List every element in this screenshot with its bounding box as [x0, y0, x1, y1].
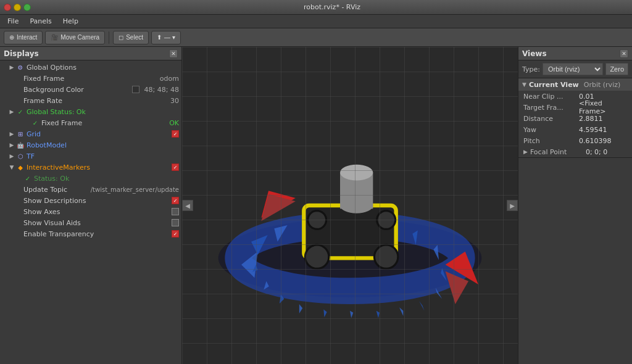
interactive-markers-item[interactable]: ▼ ◆ InteractiveMarkers — [0, 162, 181, 173]
views-close-button[interactable]: ✕ — [620, 49, 628, 58]
target-frame-name: Target Fra... — [523, 104, 579, 112]
yaw-value: 4.59541 — [579, 126, 607, 134]
fixed-frame-status-item[interactable]: ✓ Fixed Frame OK — [0, 117, 181, 128]
grid-item[interactable]: ▶ ⊞ Grid — [0, 128, 181, 139]
show-visual-aids-checkbox[interactable] — [172, 219, 179, 226]
displays-tree: ▶ ⚙ Global Options Fixed Frame odom Back… — [0, 60, 181, 364]
current-view-header[interactable]: ▼ Current View Orbit (rviz) — [518, 78, 632, 91]
show-axes-item[interactable]: Show Axes — [0, 206, 181, 217]
yaw-name: Yaw — [523, 126, 579, 134]
background-color-swatch — [132, 86, 139, 93]
maximize-button[interactable] — [23, 4, 31, 11]
robot-model-label: RobotModel — [27, 141, 179, 149]
fixed-frame-label: Fixed Frame — [23, 75, 157, 83]
background-color-item[interactable]: Background Color 48; 48; 48 — [0, 84, 181, 95]
tf-item[interactable]: ▶ ⬡ TF — [0, 151, 181, 162]
orbit-type-select[interactable]: Orbit (rviz) — [543, 63, 603, 75]
global-options-label: Global Options — [27, 64, 179, 72]
extra-button[interactable]: ⬆ — ▾ — [151, 31, 181, 44]
frame-rate-value: 30 — [170, 97, 179, 105]
move-camera-button[interactable]: 🎥 Move Camera — [45, 31, 105, 44]
sva-expander — [16, 220, 22, 226]
fixed-frame-expander — [16, 75, 22, 81]
window-title: robot.rviz* - RViz — [36, 3, 628, 11]
enable-transparency-item[interactable]: Enable Transparency — [0, 228, 181, 239]
markers-icon: ◆ — [16, 163, 25, 172]
robot-icon: 🤖 — [16, 141, 25, 149]
global-status-expander: ▶ — [9, 109, 15, 115]
frame-rate-item[interactable]: Frame Rate 30 — [0, 95, 181, 106]
fixed-frame-item[interactable]: Fixed Frame odom — [0, 73, 181, 84]
enable-transparency-checkbox[interactable] — [172, 230, 179, 238]
select-button[interactable]: ◻ Select — [113, 31, 149, 44]
update-topic-item[interactable]: Update Topic /twist_marker_server/update — [0, 184, 181, 195]
near-clip-name: Near Clip ... — [523, 93, 579, 101]
frame-rate-expander — [16, 97, 22, 104]
close-button[interactable] — [4, 4, 11, 11]
ff-status-expander — [23, 120, 30, 126]
menu-panels[interactable]: Panels — [25, 16, 56, 27]
sd-expander — [16, 197, 22, 204]
fixed-frame-status-value: OK — [169, 119, 179, 127]
menu-file[interactable]: File — [2, 16, 23, 27]
focal-point-prop[interactable]: ▶ Focal Point 0; 0; 0 — [518, 146, 632, 157]
current-view-label: Current View — [529, 81, 579, 89]
grid-icon: ⊞ — [16, 130, 25, 138]
toolbar-separator-1 — [109, 31, 109, 44]
focal-point-name: Focal Point — [530, 148, 586, 156]
show-visual-aids-item[interactable]: Show Visual Aids — [0, 217, 181, 228]
grid-expander: ▶ — [9, 131, 15, 137]
menubar: File Panels Help — [0, 15, 632, 28]
global-status-item[interactable]: ▶ ✓ Global Status: Ok — [0, 106, 181, 117]
main-layout: Displays ✕ ▶ ⚙ Global Options Fixed Fram… — [0, 47, 632, 364]
current-view-arrow: ▼ — [522, 81, 526, 88]
distance-name: Distance — [523, 115, 579, 123]
fixed-frame-value: odom — [160, 75, 179, 83]
im-checkbox[interactable] — [172, 163, 179, 171]
views-type-row: Type: Orbit (rviz) Zero — [518, 60, 632, 78]
viewport-left-arrow[interactable]: ◀ — [182, 200, 193, 211]
robot-model-expander: ▶ — [9, 142, 15, 148]
menu-help[interactable]: Help — [58, 16, 83, 27]
current-view-section: ▼ Current View Orbit (rviz) Near Clip ..… — [518, 78, 632, 158]
fixed-frame-status-label: Fixed Frame — [41, 119, 167, 127]
grid-label: Grid — [27, 130, 169, 138]
im-status-icon: ✓ — [23, 174, 32, 183]
type-label: Type: — [522, 65, 540, 73]
3d-viewport[interactable]: ◀ ▶ — [182, 47, 518, 364]
global-options-item[interactable]: ▶ ⚙ Global Options — [0, 62, 181, 73]
viewport-right-arrow[interactable]: ▶ — [507, 200, 518, 211]
displays-header: Displays ✕ — [0, 47, 181, 60]
background-color-value: 48; 48; 48 — [144, 86, 179, 94]
ff-status-icon: ✓ — [31, 118, 40, 127]
update-topic-label: Update Topic — [23, 186, 88, 194]
im-status-item[interactable]: ✓ Status: Ok — [0, 173, 181, 184]
zero-button[interactable]: Zero — [605, 63, 628, 75]
current-view-type: Orbit (rviz) — [584, 81, 620, 89]
toolbar: ⊕ Interact 🎥 Move Camera ◻ Select ⬆ — ▾ — [0, 28, 632, 47]
window-controls[interactable] — [4, 4, 31, 11]
views-header: Views ✕ — [518, 47, 632, 60]
status-icon: ✓ — [16, 107, 25, 116]
global-options-expander: ▶ — [9, 64, 15, 70]
interact-button[interactable]: ⊕ Interact — [4, 31, 43, 44]
tf-expander: ▶ — [9, 153, 15, 159]
frame-rate-label: Frame Rate — [23, 97, 168, 105]
settings-icon: ⚙ — [16, 63, 25, 72]
show-descriptions-checkbox[interactable] — [172, 197, 179, 204]
robot-model-item[interactable]: ▶ 🤖 RobotModel — [0, 139, 181, 151]
enable-transparency-label: Enable Transparency — [23, 230, 169, 238]
im-status-expander — [16, 175, 22, 181]
show-descriptions-item[interactable]: Show Descriptions — [0, 195, 181, 206]
update-topic-value: /twist_marker_server/update — [91, 186, 179, 193]
target-frame-value: <Fixed Frame> — [579, 99, 627, 115]
grid-checkbox[interactable] — [172, 130, 179, 138]
views-panel: Views ✕ Type: Orbit (rviz) Zero ▼ Curren… — [518, 47, 632, 364]
pitch-name: Pitch — [523, 137, 579, 145]
focal-point-arrow: ▶ — [523, 149, 528, 155]
displays-close-button[interactable]: ✕ — [169, 49, 178, 58]
show-axes-checkbox[interactable] — [172, 208, 179, 215]
tf-icon: ⬡ — [16, 152, 25, 160]
minimize-button[interactable] — [14, 4, 21, 11]
bg-expander — [16, 86, 22, 93]
